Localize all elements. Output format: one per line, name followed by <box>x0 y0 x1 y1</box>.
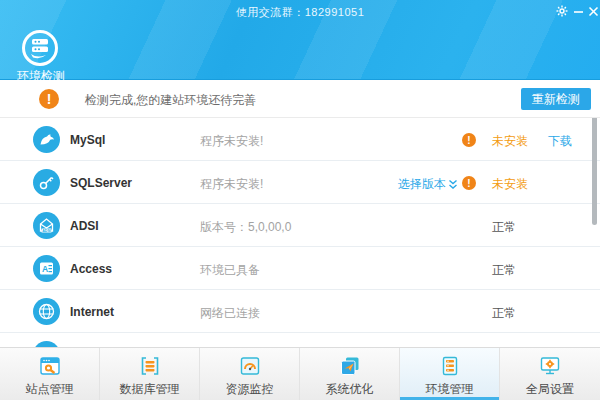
minimize-icon[interactable] <box>570 3 586 19</box>
download-link[interactable]: 下载 <box>548 133 572 150</box>
row-name: MySql <box>70 133 105 147</box>
nav-label: 系统优化 <box>326 381 374 398</box>
app-header: 使用交流群：182991051 <box>0 0 600 80</box>
row-state: 正常 <box>492 305 516 322</box>
row-adsi: ADSI ADSI 版本号：5,0,00,0 正常 <box>0 204 600 247</box>
warning-icon: ! <box>39 89 59 109</box>
row-state: 未安装 <box>492 176 528 193</box>
row-warning-icon: ! <box>462 176 476 190</box>
row-status: 环境已具备 <box>200 262 260 279</box>
version-select-link[interactable]: 选择版本 <box>398 176 458 193</box>
row-name: SQLServer <box>70 176 132 190</box>
gauge-window-icon <box>238 354 262 378</box>
site-window-wrench-icon <box>38 354 62 378</box>
row-name: Access <box>70 262 112 276</box>
chevron-double-down-icon <box>448 179 458 190</box>
row-state: 正常 <box>492 219 516 236</box>
scrollbar-thumb[interactable] <box>592 118 597 225</box>
nav-label: 资源监控 <box>226 381 274 398</box>
optimize-paper-plane-icon <box>338 354 362 378</box>
row-warning-icon: ! <box>462 133 476 147</box>
nav-item-global-settings[interactable]: 全局设置 <box>500 348 600 400</box>
svg-text:ADSI: ADSI <box>42 229 51 233</box>
nav-item-system-optimize[interactable]: 系统优化 <box>300 348 400 400</box>
environment-detect-icon <box>22 30 58 66</box>
nav-label: 数据库管理 <box>120 381 180 398</box>
row-mysql: MySql 程序未安装! ! 未安装 下载 <box>0 118 600 161</box>
row-state: 未安装 <box>492 133 528 150</box>
nav-label: 环境管理 <box>426 381 474 398</box>
row-internet: Internet 网络已连接 正常 <box>0 290 600 333</box>
recheck-button[interactable]: 重新检测 <box>521 88 591 110</box>
nav-item-database-management[interactable]: 数据库管理 <box>100 348 200 400</box>
bottom-nav: 站点管理 数据库管理 <box>0 347 600 400</box>
row-name: Internet <box>70 305 114 319</box>
detection-list: MySql 程序未安装! ! 未安装 下载 SQLServer 程序未安装! 选… <box>0 118 600 347</box>
row-access: A Access 环境已具备 正常 <box>0 247 600 290</box>
server-stack-icon <box>438 354 462 378</box>
window-title: 使用交流群：182991051 <box>0 5 600 20</box>
row-state: 正常 <box>492 262 516 279</box>
notice-message: 检测完成,您的建站环境还待完善 <box>85 92 256 109</box>
row-status: 版本号：5,0,00,0 <box>200 219 291 236</box>
nav-label: 站点管理 <box>26 381 74 398</box>
version-select-label: 选择版本 <box>398 176 446 193</box>
row-status: 网络已连接 <box>200 305 260 322</box>
settings-gear-icon[interactable] <box>554 3 570 19</box>
mysql-dolphin-icon <box>33 126 60 153</box>
database-brackets-icon <box>138 354 162 378</box>
svg-text:A: A <box>42 264 48 274</box>
nav-item-environment-management[interactable]: 环境管理 <box>400 348 500 400</box>
adsi-envelope-icon: ADSI <box>33 212 60 239</box>
monitor-gear-icon <box>538 354 562 378</box>
row-name: ADSI <box>70 219 99 233</box>
internet-globe-icon <box>33 298 60 325</box>
access-icon: A <box>33 255 60 282</box>
row-status: 程序未安装! <box>200 176 263 193</box>
sqlserver-key-icon <box>33 169 60 196</box>
nav-item-site-management[interactable]: 站点管理 <box>0 348 100 400</box>
detection-notice-bar: ! 检测完成,您的建站环境还待完善 重新检测 <box>0 80 600 118</box>
nav-item-resource-monitor[interactable]: 资源监控 <box>200 348 300 400</box>
nav-label: 全局设置 <box>526 381 574 398</box>
close-icon[interactable] <box>585 3 600 19</box>
row-sqlserver: SQLServer 程序未安装! 选择版本 ! 未安装 <box>0 161 600 204</box>
row-status: 程序未安装! <box>200 133 263 150</box>
app-window: 使用交流群：182991051 <box>0 0 600 400</box>
